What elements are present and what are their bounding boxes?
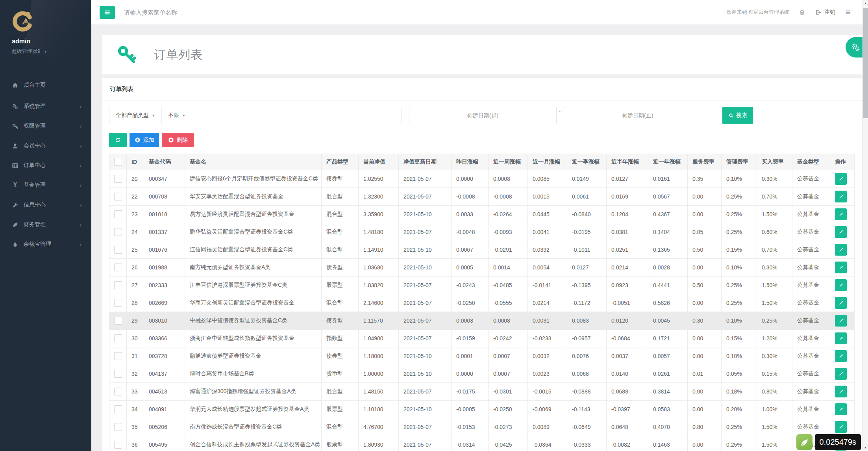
product-type-select[interactable]: 全部产品类型 ▼ [109,107,162,124]
theme-settings-button[interactable] [846,37,862,58]
row-checkbox[interactable] [114,281,122,289]
cell-nav_date: 2021-05-07 [399,418,452,436]
cell-m1: 0.0032 [528,347,567,365]
cell-mgmt: 0.25% [722,418,757,436]
row-checkbox[interactable] [114,264,122,271]
sidebar-item-1[interactable]: 系统管理‹ [0,97,91,116]
delete-button[interactable]: 删除 [162,133,194,147]
reorder-icon[interactable] [845,9,851,16]
row-checkbox[interactable] [114,175,122,183]
row-checkbox[interactable] [114,352,122,360]
edit-button[interactable] [835,262,847,273]
cell-code: 000708 [144,188,185,206]
row-checkbox[interactable] [114,210,122,218]
edit-button[interactable] [835,279,847,291]
sidebar-item-0[interactable]: 后台主页 [0,75,91,95]
sidebar-item-8[interactable]: 余额宝管理‹ [0,234,91,254]
key-icon [12,123,19,130]
cell-nav: 1.48180 [359,223,399,241]
column-header: 近一季涨幅 [567,154,607,170]
keyword-input[interactable] [192,107,402,124]
cell-nav: 1.11570 [359,312,399,330]
add-button[interactable]: 添加 [130,133,159,147]
cell-d1: -0.0153 [452,418,489,436]
edit-button[interactable] [835,226,847,238]
column-header: 基金类型 [792,154,830,170]
table-row: 24001337鹏华弘益灵活配置混合型证券投资基金C类混合型1.48180202… [109,223,855,241]
logout-button[interactable]: 注销 [815,9,835,16]
edit-button[interactable] [835,297,847,309]
sidebar-item-2[interactable]: 权限管理‹ [0,116,91,136]
row-checkbox[interactable] [114,441,122,449]
row-checkbox[interactable] [114,246,122,254]
cell-w1: -0.0273 [489,418,528,436]
row-checkbox[interactable] [114,193,122,200]
cell-w1: 0.0014 [489,259,528,277]
edit-button[interactable] [835,386,847,397]
chevron-down-icon: ▼ [44,50,47,54]
cell-m1: -0.0233 [528,330,567,347]
select-all-checkbox[interactable] [114,158,122,166]
edit-button[interactable] [835,350,847,362]
sidebar-item-4[interactable]: 订单中心‹ [0,156,91,175]
trace-leaf-icon[interactable] [796,434,812,450]
scroll-up-arrow[interactable]: ▲ [863,2,868,5]
chevron-left-icon: ‹ [80,103,82,110]
cell-id: 27 [127,277,144,294]
cell-svc: 0.00 [688,383,722,401]
cell-y1: 0.0161 [648,170,688,188]
cell-m1: 0.0214 [528,294,567,312]
edit-button[interactable] [835,315,847,327]
cell-w1: -0.0291 [489,241,528,259]
trash-icon[interactable] [799,9,805,16]
pencil-icon [838,212,844,217]
edit-button[interactable] [835,244,847,256]
scope-select[interactable]: 不限 ▼ [162,107,192,124]
sidebar-item-label: 基金管理 [24,182,80,189]
edit-button[interactable] [835,173,847,185]
edit-button[interactable] [835,208,847,220]
sidebar-item-3[interactable]: 会员中心‹ [0,136,91,156]
cell-id: 23 [127,206,144,223]
date-start-input[interactable] [409,107,557,124]
menu-search-input[interactable] [124,9,250,16]
edit-button[interactable] [835,332,847,344]
scroll-down-arrow[interactable]: ▼ [863,446,868,449]
row-checkbox[interactable] [114,370,122,378]
sidebar-item-6[interactable]: 信息中心‹ [0,195,91,215]
table-row: 28002669华商万众创新灵活配置混合型证券投资基金混合型2.14600202… [109,294,855,312]
sidebar-toggle-button[interactable] [100,6,115,19]
edit-button[interactable] [835,421,847,433]
sidebar-item-5[interactable]: ¥基金管理‹ [0,175,91,195]
sidebar-item-7[interactable]: 财务管理‹ [0,215,91,234]
edit-button[interactable] [835,403,847,415]
row-checkbox[interactable] [114,405,122,413]
date-end-input[interactable] [564,107,711,124]
row-checkbox[interactable] [114,334,122,342]
search-input-group: 全部产品类型 ▼ 不限 ▼ [109,107,402,124]
row-checkbox[interactable] [114,423,122,431]
edit-button[interactable] [835,368,847,380]
cell-svc: 0.00 [688,330,722,347]
row-checkbox[interactable] [114,299,122,307]
cell-mgmt: 0.10% [722,170,757,188]
column-header: 近半年涨幅 [607,154,648,170]
row-checkbox[interactable] [114,317,122,325]
row-checkbox[interactable] [114,388,122,395]
search-button[interactable]: 搜索 [722,107,753,124]
cell-code: 001018 [144,206,185,223]
cell-nav_date: 2021-05-10 [399,347,452,365]
cell-m1: 0.0089 [528,418,567,436]
remove-circle-icon [168,137,174,143]
cell-type: 混合型 [322,206,359,223]
user-role-dropdown[interactable]: 超级管理员9 ▼ [12,48,91,55]
cell-d1: 0.0033 [452,206,489,223]
row-checkbox[interactable] [114,228,122,236]
cell-nav: 1.18000 [359,347,399,365]
scrollbar-thumb[interactable] [863,8,868,118]
refresh-button[interactable] [109,133,127,147]
edit-button[interactable] [835,191,847,202]
cell-d1: 0.0005 [452,259,489,277]
cell-nav: 1.83820 [359,277,399,294]
cell-m1: -0.0015 [528,383,567,401]
